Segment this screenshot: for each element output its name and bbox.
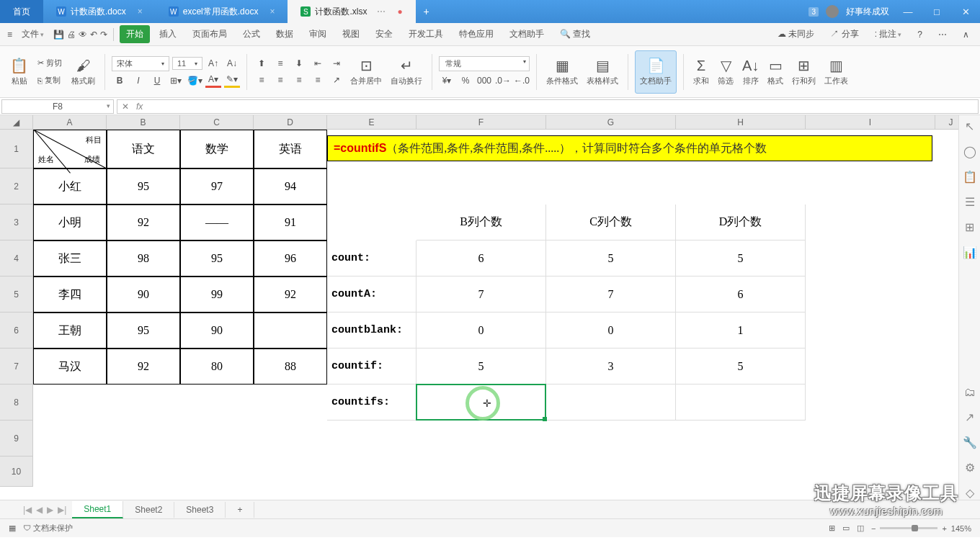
- print-icon[interactable]: 🖨: [67, 30, 76, 40]
- select-all-corner[interactable]: ◢: [0, 115, 33, 130]
- indent-inc[interactable]: ⇥: [329, 56, 344, 71]
- bold[interactable]: B: [112, 73, 128, 88]
- sheet-tab-1[interactable]: Sheet1: [72, 501, 123, 518]
- cell[interactable]: countblank:: [327, 313, 416, 349]
- cell[interactable]: countif:: [327, 349, 416, 385]
- menu-feature[interactable]: 特色应用: [453, 25, 500, 43]
- cell[interactable]: 0: [416, 313, 546, 349]
- cell[interactable]: 94: [254, 168, 327, 204]
- cell[interactable]: 5: [676, 240, 806, 276]
- align-center[interactable]: ≡: [272, 73, 288, 87]
- rowcol-button[interactable]: ⊞行和列: [789, 50, 819, 94]
- cell[interactable]: 7: [416, 276, 546, 313]
- cell[interactable]: 99: [180, 276, 254, 313]
- row-header[interactable]: 9: [0, 421, 33, 457]
- menu-formula[interactable]: 公式: [236, 25, 267, 43]
- avatar[interactable]: [826, 5, 839, 18]
- property-icon[interactable]: ☰: [965, 195, 975, 209]
- wrap-button[interactable]: ↵自动换行: [388, 50, 425, 94]
- cell[interactable]: 90: [180, 313, 254, 349]
- menu-icon[interactable]: ▦: [9, 523, 16, 533]
- doc-tab-1[interactable]: Wexcel常用函数.docx×: [156, 0, 288, 23]
- menu-dochelper[interactable]: 文档助手: [503, 25, 551, 43]
- cell[interactable]: 5: [416, 349, 546, 385]
- col-header[interactable]: I: [806, 115, 935, 130]
- preview-icon[interactable]: 👁: [79, 30, 87, 40]
- comma[interactable]: 000: [476, 73, 492, 88]
- zoom-control[interactable]: − + 145%: [871, 524, 971, 533]
- fx-icon[interactable]: fx: [136, 102, 143, 112]
- cell[interactable]: 语文: [107, 130, 180, 168]
- currency[interactable]: ¥▾: [439, 73, 455, 88]
- collapse-ribbon[interactable]: ∧: [959, 27, 973, 42]
- menu-view[interactable]: 视图: [336, 25, 366, 43]
- chart-icon[interactable]: 📊: [963, 246, 977, 259]
- italic[interactable]: I: [130, 73, 146, 88]
- doc-tab-2[interactable]: S计数函数.xlsx⋯●: [288, 0, 415, 23]
- row-header[interactable]: 3: [0, 204, 33, 240]
- select-tool-icon[interactable]: ◯: [963, 145, 976, 158]
- clipboard-icon[interactable]: 📋: [963, 170, 977, 184]
- menu-insert[interactable]: 插入: [153, 25, 183, 43]
- col-header[interactable]: H: [676, 115, 806, 130]
- format-painter[interactable]: 🖌格式刷: [68, 50, 98, 94]
- cell[interactable]: 数学: [180, 130, 254, 168]
- font-size-input[interactable]: 11▾: [172, 57, 202, 70]
- menu-review[interactable]: 审阅: [303, 25, 333, 43]
- doc-helper[interactable]: 📄文档助手: [635, 50, 677, 94]
- maximize-button[interactable]: □: [922, 0, 951, 23]
- format-button[interactable]: ▭格式: [765, 50, 786, 94]
- cell[interactable]: 91: [254, 204, 327, 240]
- menu-layout[interactable]: 页面布局: [186, 25, 233, 43]
- cell[interactable]: 80: [180, 349, 254, 385]
- cell[interactable]: 李四: [33, 276, 107, 313]
- sort-button[interactable]: A↓排序: [739, 50, 762, 94]
- comment-button[interactable]: : 批注▾: [871, 25, 906, 43]
- name-box[interactable]: F8: [1, 99, 114, 114]
- font-color[interactable]: A▾: [205, 73, 221, 88]
- cell[interactable]: count:: [327, 240, 416, 276]
- highlight[interactable]: ✎▾: [224, 73, 240, 88]
- cell[interactable]: [546, 385, 676, 421]
- align-right[interactable]: ≡: [291, 73, 307, 87]
- filter-button[interactable]: ▽筛选: [715, 50, 736, 94]
- orient[interactable]: ↗: [329, 73, 344, 87]
- cell[interactable]: 95: [107, 168, 180, 204]
- col-header[interactable]: B: [107, 115, 180, 130]
- help-button[interactable]: ?: [914, 27, 926, 42]
- view-break-icon[interactable]: ◫: [857, 523, 864, 533]
- more-icon[interactable]: ◇: [966, 486, 974, 500]
- cell[interactable]: 马汉: [33, 349, 107, 385]
- sheet-button[interactable]: ▥工作表: [821, 50, 851, 94]
- menu-icon[interactable]: ≡: [7, 30, 12, 40]
- sheet-tab-3[interactable]: Sheet3: [174, 502, 226, 518]
- cut-button[interactable]: ✂ 剪切: [34, 55, 66, 71]
- settings-icon[interactable]: ⚙: [965, 461, 975, 475]
- cell[interactable]: 98: [107, 240, 180, 276]
- minimize-button[interactable]: —: [894, 0, 922, 23]
- zoom-slider[interactable]: [880, 527, 937, 529]
- cancel-icon[interactable]: ✕: [122, 102, 129, 112]
- menu-devtools[interactable]: 开发工具: [402, 25, 450, 43]
- row-header[interactable]: 7: [0, 349, 33, 385]
- zoom-in[interactable]: +: [942, 524, 946, 533]
- cell[interactable]: 97: [180, 168, 254, 204]
- row-header[interactable]: 8: [0, 385, 33, 421]
- col-header[interactable]: A: [33, 115, 107, 130]
- cell[interactable]: [676, 385, 806, 421]
- col-header[interactable]: G: [546, 115, 676, 130]
- dec-inc[interactable]: .0→: [495, 73, 511, 88]
- cell[interactable]: 张三: [33, 240, 107, 276]
- undo-icon[interactable]: ↶: [90, 30, 97, 40]
- col-header[interactable]: D: [254, 115, 327, 130]
- cell[interactable]: 5: [676, 349, 806, 385]
- cell[interactable]: 王朝: [33, 313, 107, 349]
- indent-dec[interactable]: ⇤: [310, 56, 326, 71]
- menu-search[interactable]: 🔍 查找: [553, 25, 597, 43]
- home-tab[interactable]: 首页: [0, 0, 43, 23]
- redo-icon[interactable]: ↷: [100, 30, 107, 40]
- align-mid[interactable]: ≡: [272, 56, 288, 71]
- menu-data[interactable]: 数据: [270, 25, 300, 43]
- add-sheet-button[interactable]: +: [226, 502, 254, 518]
- col-header[interactable]: F: [416, 115, 546, 130]
